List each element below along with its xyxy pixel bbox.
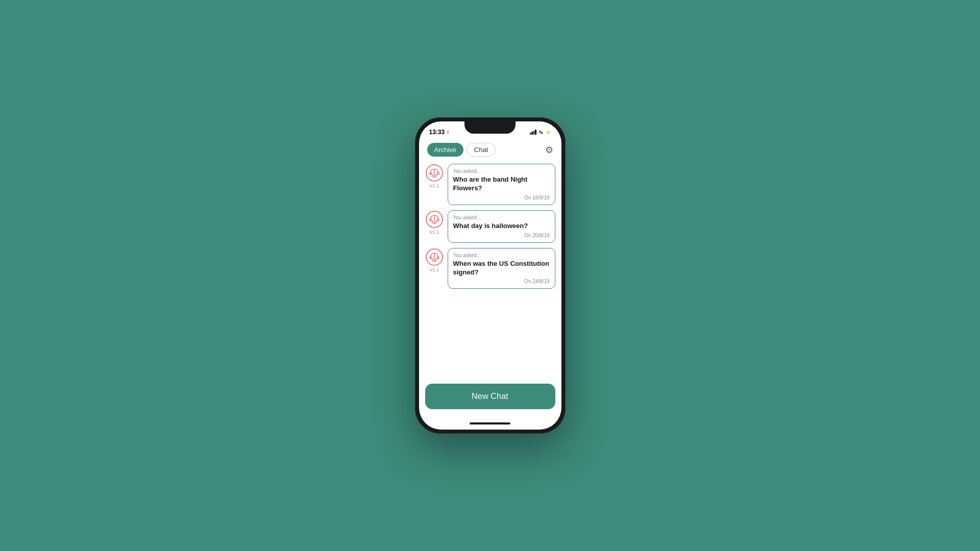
list-item[interactable]: V1.1 You asked... When was the US Consti… — [425, 248, 555, 289]
chat-date-3: On 24/8/19 — [453, 279, 550, 284]
battery-icon: ⚡ — [545, 130, 551, 135]
tab-group: Archive Chat — [427, 143, 496, 157]
list-item[interactable]: V1.1 You asked... What day is halloween?… — [425, 210, 555, 243]
settings-icon[interactable]: ⚙ — [545, 144, 553, 156]
chat-card-1[interactable]: You asked... Who are the band Night Flow… — [448, 164, 555, 205]
version-label-2: V1.1 — [429, 230, 439, 235]
chat-card-3[interactable]: You asked... When was the US Constitutio… — [448, 248, 555, 289]
phone-frame: 13:33 ↑ ∿ ⚡ Archive Chat ⚙ — [415, 117, 566, 434]
chat-question-2: What day is halloween? — [453, 222, 550, 231]
phone-screen: 13:33 ↑ ∿ ⚡ Archive Chat ⚙ — [419, 121, 561, 430]
you-asked-label-1: You asked... — [453, 168, 550, 174]
tab-chat[interactable]: Chat — [467, 143, 496, 157]
chat-list: V1.1 You asked... Who are the band Night… — [419, 162, 561, 380]
chat-question-3: When was the US Constitution signed? — [453, 260, 550, 277]
chat-date-1: On 18/8/19 — [453, 195, 550, 201]
status-icons: ∿ ⚡ — [530, 129, 551, 136]
chat-card-2[interactable]: You asked... What day is halloween? On 2… — [448, 210, 555, 243]
home-bar — [470, 422, 510, 424]
ai-avatar-3: V1.1 — [425, 248, 444, 272]
app-header: Archive Chat ⚙ — [419, 140, 561, 162]
chat-date-2: On 20/8/19 — [453, 233, 550, 238]
ai-avatar-1: V1.1 — [425, 164, 444, 188]
tab-archive[interactable]: Archive — [427, 143, 463, 157]
brain-icon — [425, 164, 444, 182]
home-indicator — [419, 417, 561, 430]
phone-notch — [464, 121, 516, 134]
brain-icon — [425, 248, 444, 266]
new-chat-button[interactable]: New Chat — [425, 384, 555, 409]
list-item[interactable]: V1.1 You asked... Who are the band Night… — [425, 164, 555, 205]
chat-question-1: Who are the band Night Flowers? — [453, 176, 550, 193]
you-asked-label-3: You asked... — [453, 253, 550, 258]
version-label-3: V1.1 — [429, 267, 439, 272]
brain-icon — [425, 210, 444, 229]
wifi-icon: ∿ — [538, 129, 543, 136]
ai-avatar-2: V1.1 — [425, 210, 444, 235]
signal-icon — [530, 130, 536, 135]
version-label-1: V1.1 — [429, 183, 439, 188]
you-asked-label-2: You asked... — [453, 215, 550, 220]
status-time: 13:33 ↑ — [429, 129, 450, 136]
